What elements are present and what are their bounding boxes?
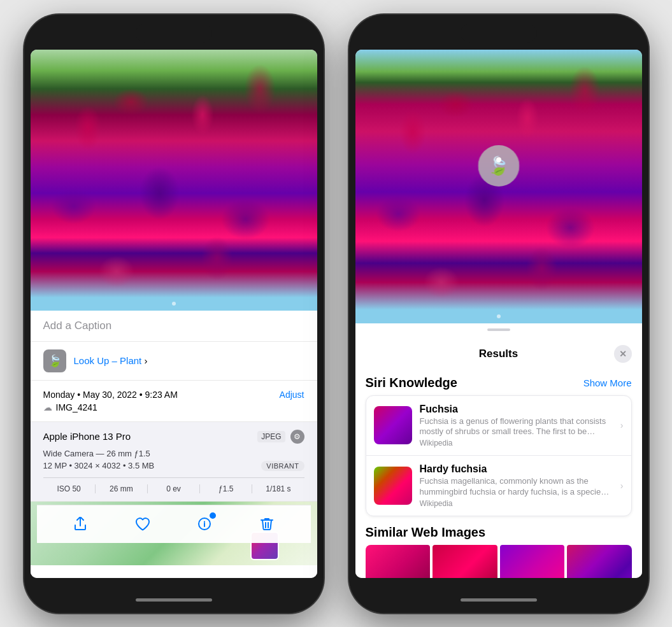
page-indicator-left (172, 302, 176, 306)
web-image-1[interactable] (366, 545, 431, 577)
web-image-3[interactable] (500, 545, 565, 577)
right-phone-screen: 🍃 Results ✕ Siri Knowledge (355, 50, 642, 578)
show-more-button[interactable]: Show More (583, 377, 632, 388)
fuchsia-name: Fuchsia (420, 404, 613, 415)
exif-aperture: ƒ1.5 (200, 484, 252, 493)
adjust-button[interactable]: Adjust (280, 390, 304, 400)
similar-web-images-section: Similar Web Images (366, 525, 632, 577)
siri-bubble: 🍃 (478, 145, 519, 187)
lookup-text: Look Up – Plant › (74, 355, 148, 366)
meta-section: Monday • May 30, 2022 • 9:23 AM Adjust ☁… (31, 381, 317, 422)
hardy-fuchsia-text: Hardy fuchsia Fuchsia magellanica, commo… (420, 463, 613, 508)
badges: JPEG ⚙ (257, 430, 304, 444)
hardy-fuchsia-source: Wikipedia (420, 499, 613, 508)
bottom-toolbar (37, 505, 311, 543)
meta-date-row: Monday • May 30, 2022 • 9:23 AM Adjust (43, 390, 304, 400)
lookup-label: Look Up – (74, 355, 120, 366)
siri-knowledge-title: Siri Knowledge (366, 376, 457, 390)
share-button[interactable] (66, 510, 94, 538)
mp-row: 12 MP • 3024 × 4032 • 3.5 MB VIBRANT (43, 461, 304, 471)
device-row: Apple iPhone 13 Pro JPEG ⚙ (43, 430, 304, 444)
favorite-button[interactable] (129, 510, 157, 538)
drag-handle (487, 328, 510, 331)
hardy-fuchsia-chevron: › (620, 481, 624, 491)
info-badge (208, 511, 217, 520)
exif-iso: ISO 50 (43, 484, 96, 493)
left-phone: Add a Caption 🍃 Look Up – Plant › Monday… (24, 15, 324, 613)
meta-date: Monday • May 30, 2022 • 9:23 AM (43, 390, 178, 400)
phones-container: Add a Caption 🍃 Look Up – Plant › Monday… (24, 15, 648, 613)
gear-icon: ⚙ (290, 430, 304, 444)
fuchsia-thumbnail (374, 406, 412, 444)
siri-knowledge-card: Fuchsia Fuchsia is a genus of flowering … (366, 395, 632, 517)
device-section: Apple iPhone 13 Pro JPEG ⚙ Wide Camera —… (31, 422, 317, 502)
exif-shutter: 1/181 s (252, 484, 304, 493)
vibrant-badge: VIBRANT (261, 461, 304, 471)
delete-button[interactable] (253, 510, 281, 538)
caption-area[interactable]: Add a Caption (31, 311, 317, 342)
web-image-2[interactable] (433, 545, 497, 577)
fuchsia-desc: Fuchsia is a genus of flowering plants t… (420, 416, 613, 438)
right-phone: 🍃 Results ✕ Siri Knowledge (349, 15, 648, 613)
close-button[interactable]: ✕ (614, 345, 632, 363)
lookup-subject: Plant (120, 355, 141, 366)
left-phone-screen: Add a Caption 🍃 Look Up – Plant › Monday… (31, 50, 317, 578)
right-home-indicator (461, 598, 537, 602)
meta-filename: IMG_4241 (56, 402, 97, 412)
web-images-title: Similar Web Images (366, 525, 486, 540)
camera-details: Wide Camera — 26 mm ƒ1.5 (43, 449, 304, 458)
fuchsia-item[interactable]: Fuchsia Fuchsia is a genus of flowering … (366, 396, 631, 456)
fuchsia-source: Wikipedia (420, 439, 613, 447)
results-header: Results ✕ (355, 337, 642, 368)
results-panel: Results ✕ Siri Knowledge Show More (355, 323, 642, 578)
meta-filename-row: ☁ IMG_4241 (43, 402, 304, 412)
mp-text: 12 MP • 3024 × 4032 • 3.5 MB (43, 461, 155, 470)
hardy-fuchsia-thumbnail (374, 467, 412, 505)
hardy-fuchsia-desc: Fuchsia magellanica, commonly known as t… (420, 476, 613, 498)
flower-image-left (31, 50, 317, 311)
siri-knowledge-header: Siri Knowledge Show More (366, 376, 632, 390)
page-indicator-right (497, 314, 501, 318)
hardy-fuchsia-item[interactable]: Hardy fuchsia Fuchsia magellanica, commo… (366, 456, 631, 516)
info-button[interactable] (190, 510, 218, 538)
fuchsia-chevron: › (620, 420, 624, 430)
web-image-4[interactable] (567, 545, 632, 577)
drag-handle-container (355, 323, 642, 337)
flower-image-right: 🍃 (355, 50, 642, 323)
lookup-icon: 🍃 (43, 349, 66, 372)
device-name: Apple iPhone 13 Pro (43, 431, 131, 442)
lookup-row[interactable]: 🍃 Look Up – Plant › (31, 342, 317, 381)
results-title: Results (383, 348, 614, 360)
right-phone-notch (461, 24, 537, 43)
web-images-header: Similar Web Images (366, 525, 632, 540)
fuchsia-text: Fuchsia Fuchsia is a genus of flowering … (420, 404, 613, 448)
siri-dot (496, 157, 501, 162)
flower-background-left (31, 50, 317, 311)
home-indicator (136, 598, 212, 602)
caption-placeholder: Add a Caption (43, 320, 112, 332)
exif-ev: 0 ev (148, 484, 200, 493)
results-content: Siri Knowledge Show More Fuchsia Fuchsia… (355, 368, 642, 578)
exif-row: ISO 50 26 mm 0 ev ƒ1.5 1/181 s (43, 477, 304, 493)
flower-overlay-left (31, 50, 317, 311)
format-badge: JPEG (257, 431, 285, 442)
web-images-grid (366, 545, 632, 577)
cloud-icon: ☁ (43, 402, 52, 412)
left-phone-notch (136, 24, 212, 43)
exif-focal: 26 mm (96, 484, 148, 493)
hardy-fuchsia-name: Hardy fuchsia (420, 463, 613, 475)
